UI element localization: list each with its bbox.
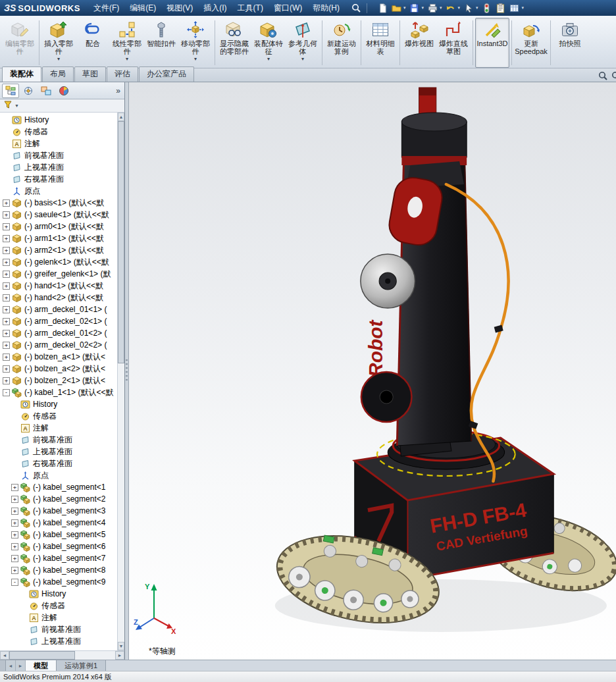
insert-component-dropdown-arrow[interactable]: ▾ [57,56,60,62]
tree-item[interactable]: +(-) gelenk<1> (默认<<默 [0,256,117,268]
tree-expander[interactable]: + [3,211,10,219]
tab-sketch[interactable]: 草图 [74,66,106,82]
panel-splitter[interactable] [125,82,129,660]
tree-item[interactable]: A注解 [0,612,117,623]
menu-view[interactable]: 视图(V) [161,1,198,16]
panel-expand-chevron[interactable]: » [114,86,122,95]
undo-dropdown-arrow[interactable]: ▾ [457,5,460,11]
tree-item[interactable]: 上视基准面 [0,446,117,458]
tab-area-splitter[interactable] [0,660,6,671]
tree-item[interactable]: A注解 [0,422,117,434]
graphics-viewport[interactable]: FH-D FB-4 CAD Vertiefung Robot [129,82,616,660]
tree-item[interactable]: +(-) arm1<1> (默认<<默 [0,232,117,244]
robot-3d-model[interactable]: FH-D FB-4 CAD Vertiefung Robot [129,82,616,660]
tree-item[interactable]: 原点 [0,185,117,197]
display-settings-icon[interactable] [507,1,521,14]
tab-layout[interactable]: 布局 [42,66,74,82]
tab-evaluate[interactable]: 评估 [107,66,138,82]
tree-item[interactable]: +(-) kabel_segment<3 [0,505,117,517]
tree-item[interactable]: 右视基准面 [0,173,117,185]
tree-item[interactable]: +(-) kabel_segment<7 [0,552,117,564]
magnifier-icon[interactable] [610,70,616,82]
tree-expander[interactable]: + [11,496,18,503]
tree-item[interactable]: 传感器 [0,410,117,422]
save-icon[interactable] [407,1,421,14]
ribbon-button-move-component[interactable]: 移动零部件▾ [178,18,213,68]
tree-horizontal-scrollbar[interactable]: ◄ ► [0,650,124,660]
tree-item[interactable]: +(-) basis<1> (默认<<默 [0,197,117,209]
tree-item[interactable]: 原点 [0,469,117,481]
tree-expander[interactable]: + [11,484,18,491]
tree-item[interactable]: +(-) kabel_segment<1 [0,481,117,493]
tab-scroll-right-button[interactable]: ► [16,660,26,671]
ribbon-button-mate[interactable]: 配合 [76,18,110,68]
tree-item[interactable]: +(-) greifer_gelenk<1> (默 [0,268,117,280]
tree-expander[interactable]: + [11,555,18,562]
tree-item[interactable]: -(-) kabel_segment<9 [0,576,117,588]
tree-expander[interactable]: + [11,519,18,527]
tree-expander[interactable]: + [11,567,18,574]
tree-expander[interactable]: + [11,531,18,538]
ribbon-button-take-snapshot[interactable]: 拍快照 [553,18,587,68]
tree-expander[interactable]: + [3,365,10,373]
tree-expander[interactable]: + [3,282,10,290]
tree-expander[interactable]: + [3,271,10,278]
tree-item[interactable]: +(-) kabel_segment<4 [0,517,117,529]
select-pointer-dropdown-arrow[interactable]: ▾ [476,5,478,11]
scroll-left-button[interactable]: ◄ [0,651,9,660]
tree-item[interactable]: +(-) arm_deckel_01<2> ( [0,327,117,339]
reference-geometry-dropdown-arrow[interactable]: ▾ [301,56,304,62]
tree-expander[interactable]: + [3,330,10,337]
ribbon-button-update-speedpak[interactable]: 更新 Speedpak [514,18,548,68]
tree-item[interactable]: +(-) arm_deckel_01<1> ( [0,303,117,315]
tree-item[interactable]: 上视基准面 [0,635,117,647]
tree-expander[interactable]: + [3,377,10,384]
filter-dropdown-caret[interactable]: ▼ [14,103,19,108]
tree-item[interactable]: +(-) arm_deckel_02<2> ( [0,339,117,351]
menu-help[interactable]: 帮助(H) [307,1,345,16]
configurationmanager-tab[interactable] [38,84,55,98]
tree-expander[interactable]: + [3,223,10,230]
tree-item[interactable]: +(-) kabel_segment<2 [0,493,117,505]
tree-expander[interactable]: + [3,199,10,207]
open-icon[interactable] [390,1,403,14]
tree-expander[interactable]: + [3,306,10,313]
tree-item[interactable]: History [0,588,117,600]
tree-expander[interactable]: - [3,389,10,396]
scroll-right-button[interactable]: ► [115,651,124,660]
tree-expander[interactable]: - [11,579,18,586]
tree-expander[interactable]: + [3,294,10,302]
tree-item[interactable]: 前视基准面 [0,623,117,635]
ribbon-button-show-hidden-components[interactable]: 显示隐藏的零部件 [217,18,251,68]
horizontal-scroll-track[interactable] [9,651,115,660]
tree-expander[interactable]: + [3,318,10,325]
tree-item[interactable]: A注解 [0,138,117,149]
open-dropdown-arrow[interactable]: ▾ [403,5,406,11]
featuremanager-tab[interactable] [2,84,19,98]
tree-item[interactable]: +(-) kabel_segment<6 [0,540,117,552]
magnifier-icon[interactable] [597,70,609,82]
assembly-features-dropdown-arrow[interactable]: ▾ [267,56,270,62]
menu-file[interactable]: 文件(F) [88,1,124,16]
displaymanager-tab[interactable] [55,84,72,98]
tree-item[interactable]: 传感器 [0,126,117,138]
tab-office-products[interactable]: 办公室产品 [139,66,194,82]
tab-assembly[interactable]: 装配体 [2,66,41,82]
print-icon[interactable] [426,1,440,14]
tree-item[interactable]: 传感器 [0,600,117,612]
ribbon-button-new-motion-study[interactable]: 新建运动算例 [324,18,359,68]
ribbon-button-explode-line-sketch[interactable]: 爆炸直线草图 [436,18,471,68]
tree-item[interactable]: +(-) hand<1> (默认<<默 [0,280,117,292]
move-component-dropdown-arrow[interactable]: ▾ [194,56,197,62]
tree-item[interactable]: +(-) hand<2> (默认<<默 [0,292,117,303]
scroll-down-button[interactable]: ▼ [118,642,124,650]
tree-item[interactable]: +(-) arm_deckel_02<1> ( [0,315,117,327]
tree-expander[interactable]: + [3,247,10,254]
tab-model[interactable]: 模型 [26,660,57,671]
tree-item[interactable]: +(-) saeule<1> (默认<<默 [0,209,117,221]
vertical-scrollbar-thumb[interactable] [118,121,124,363]
tree-item[interactable]: +(-) bolzen_a<1> (默认< [0,351,117,363]
ribbon-button-insert-component[interactable]: 插入零部件▾ [41,18,76,68]
tree-item[interactable]: +(-) kabel_segment<8 [0,564,117,576]
rebuild-icon[interactable] [480,1,494,14]
